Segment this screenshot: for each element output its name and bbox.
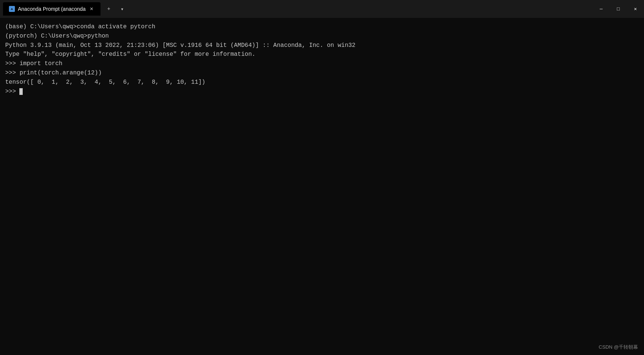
terminal-cursor (19, 88, 23, 95)
new-tab-button[interactable]: + (103, 4, 114, 14)
tab-close-button[interactable]: ✕ (89, 6, 95, 12)
watermark: CSDN @千转朝幕 (599, 343, 638, 351)
maximize-button[interactable]: □ (610, 0, 627, 18)
terminal-line-4: Python 3.9.13 (main, Oct 13 2022, 21:23:… (5, 41, 639, 50)
titlebar: A Anaconda Prompt (anaconda ✕ + ▾ ─ □ ✕ (0, 0, 644, 18)
tab-title: Anaconda Prompt (anaconda (18, 6, 86, 12)
close-button[interactable]: ✕ (627, 0, 644, 18)
active-tab[interactable]: A Anaconda Prompt (anaconda ✕ (3, 2, 101, 16)
dropdown-button[interactable]: ▾ (117, 4, 127, 14)
terminal-line-5: Type "help", "copyright", "credits" or "… (5, 50, 639, 59)
tab-icon: A (9, 6, 15, 12)
terminal-line-8: tensor([ 0, 1, 2, 3, 4, 5, 6, 7, 8, 9, 1… (5, 78, 639, 87)
terminal-window[interactable]: (base) C:\Users\qwq>conda activate pytor… (0, 18, 644, 355)
svg-text:A: A (11, 7, 13, 11)
terminal-line-3: (pytorch) C:\Users\qwq>python (5, 32, 639, 41)
terminal-line-6: >>> import torch (5, 59, 639, 68)
terminal-line-7: >>> print(torch.arange(12)) (5, 68, 639, 78)
terminal-line-9: >>> (5, 87, 639, 96)
titlebar-buttons: + ▾ (103, 4, 127, 14)
terminal-line-1: (base) C:\Users\qwq>conda activate pytor… (5, 22, 639, 32)
window-controls: ─ □ ✕ (593, 0, 644, 18)
minimize-button[interactable]: ─ (593, 0, 610, 18)
